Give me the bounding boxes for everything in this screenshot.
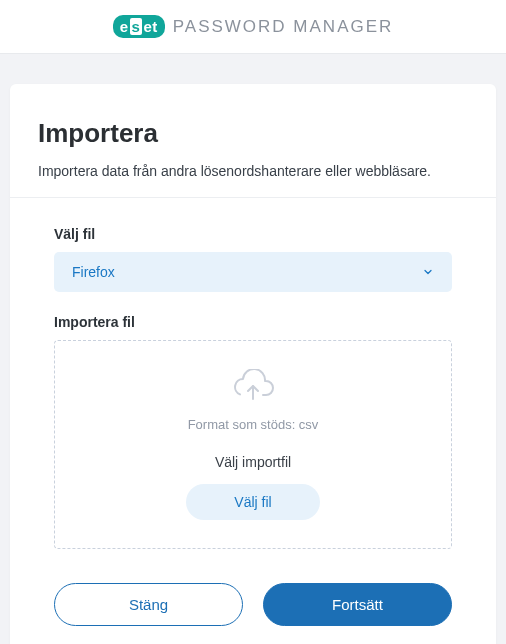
supported-format-text: Format som stöds: csv — [75, 417, 431, 432]
footer-buttons: Stäng Fortsätt — [38, 583, 468, 626]
file-source-value: Firefox — [72, 264, 115, 280]
chevron-down-icon — [422, 266, 434, 278]
import-card: Importera Importera data från andra löse… — [10, 84, 496, 644]
divider — [10, 197, 496, 198]
cloud-upload-icon — [231, 369, 275, 403]
page-title: Importera — [38, 118, 468, 149]
app-header: eset PASSWORD MANAGER — [0, 0, 506, 54]
file-source-label: Välj fil — [54, 226, 452, 242]
app-title: PASSWORD MANAGER — [173, 17, 394, 37]
file-dropzone[interactable]: Format som stöds: csv Välj importfil Väl… — [54, 340, 452, 549]
choose-file-button[interactable]: Välj fil — [186, 484, 319, 520]
continue-button[interactable]: Fortsätt — [263, 583, 452, 626]
close-button[interactable]: Stäng — [54, 583, 243, 626]
import-file-label: Importera fil — [54, 314, 452, 330]
choose-import-text: Välj importfil — [75, 454, 431, 470]
brand-logo: eset — [113, 15, 165, 38]
page-description: Importera data från andra lösenordshante… — [38, 163, 468, 179]
file-source-select[interactable]: Firefox — [54, 252, 452, 292]
